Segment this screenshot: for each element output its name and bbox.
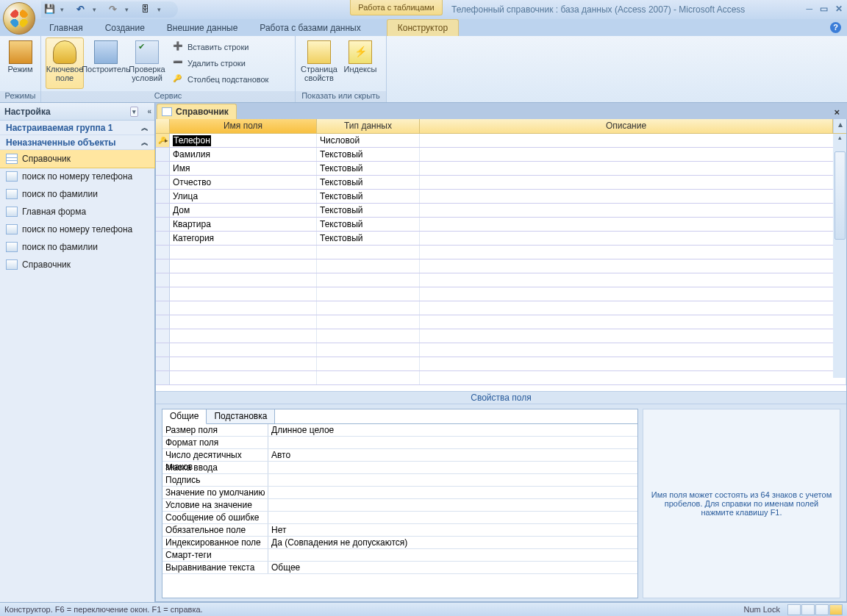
cell-field-name[interactable] (170, 301, 317, 315)
table-row[interactable]: Квартира Текстовый (156, 218, 846, 232)
row-selector[interactable] (156, 148, 170, 161)
cell-data-type[interactable]: Текстовый (317, 204, 420, 217)
cell-field-name[interactable] (170, 357, 317, 370)
nav-item[interactable]: поиск по фамилии (0, 185, 154, 203)
view-design-button[interactable] (829, 604, 843, 615)
nav-group-custom[interactable]: Настраиваемая группа 1︽ (0, 121, 154, 135)
cell-data-type[interactable]: Текстовый (317, 176, 420, 189)
row-selector[interactable] (156, 204, 170, 217)
table-row[interactable] (156, 287, 846, 301)
save-icon[interactable] (44, 4, 56, 15)
row-selector[interactable] (156, 232, 170, 245)
table-row[interactable]: Телефон Числовой (156, 134, 846, 148)
cell-description[interactable] (420, 301, 846, 315)
cell-description[interactable] (420, 343, 846, 357)
delete-rows-button[interactable]: Удалить строки (171, 56, 271, 71)
nav-item[interactable]: поиск по фамилии (0, 238, 154, 256)
restore-button[interactable]: ▭ (820, 4, 828, 14)
nav-item[interactable]: Главная форма (0, 203, 154, 221)
cell-description[interactable] (420, 232, 846, 245)
view-pivot-button[interactable] (801, 604, 815, 615)
property-value[interactable] (268, 474, 637, 486)
cell-description[interactable] (420, 204, 846, 217)
cell-description[interactable] (420, 148, 846, 161)
cell-field-name[interactable]: Категория (170, 232, 317, 245)
cell-description[interactable] (420, 162, 846, 175)
cell-data-type[interactable]: Текстовый (317, 218, 420, 231)
insert-rows-button[interactable]: Вставить строки (171, 40, 271, 54)
cell-data-type[interactable] (317, 329, 420, 343)
cell-field-name[interactable] (170, 287, 317, 301)
qat-customize-icon[interactable] (157, 4, 169, 15)
property-row[interactable]: Сообщение об ошибке (162, 512, 637, 524)
table-row[interactable] (156, 371, 846, 385)
cell-data-type[interactable] (317, 287, 420, 301)
table-row[interactable] (156, 315, 846, 329)
cell-data-type[interactable]: Текстовый (317, 190, 420, 203)
builder-button[interactable]: Построитель (87, 37, 125, 89)
property-row[interactable]: Подпись (162, 474, 637, 487)
nav-group-unassigned[interactable]: Неназначенные объекты︽ (0, 135, 154, 150)
row-selector[interactable] (156, 176, 170, 189)
property-row[interactable]: Условие на значение (162, 499, 637, 512)
table-row[interactable]: Категория Текстовый (156, 232, 846, 246)
column-description[interactable]: Описание (420, 119, 833, 133)
cell-description[interactable] (420, 273, 846, 287)
row-selector[interactable] (156, 134, 170, 147)
cell-description[interactable] (420, 190, 846, 203)
tab-create[interactable]: Создание (94, 19, 156, 36)
lookup-column-button[interactable]: Столбец подстановок (171, 72, 271, 87)
property-value[interactable]: Общее (268, 562, 637, 573)
cell-field-name[interactable] (170, 343, 317, 357)
redo-icon[interactable] (109, 4, 121, 15)
view-datasheet-button[interactable] (787, 604, 801, 615)
qat-redo-menu-icon[interactable] (125, 4, 137, 15)
row-selector[interactable] (156, 259, 170, 273)
cell-description[interactable] (420, 134, 846, 147)
cell-data-type[interactable] (317, 357, 420, 370)
cell-description[interactable] (420, 315, 846, 329)
office-button[interactable] (3, 2, 35, 35)
undo-icon[interactable] (76, 4, 88, 15)
view-chart-button[interactable] (815, 604, 829, 615)
row-selector[interactable] (156, 301, 170, 315)
table-row[interactable]: Отчество Текстовый (156, 176, 846, 190)
cell-field-name[interactable] (170, 273, 317, 287)
cell-field-name[interactable]: Квартира (170, 218, 317, 231)
property-value[interactable]: Авто (268, 449, 637, 461)
property-row[interactable]: Формат поля (162, 437, 637, 449)
row-selector[interactable] (156, 273, 170, 287)
row-selector[interactable] (156, 371, 170, 384)
scroll-up-icon[interactable]: ▴ (833, 119, 846, 133)
help-icon[interactable]: ? (830, 22, 841, 33)
primary-key-button[interactable]: Ключевое поле (46, 37, 84, 89)
property-value[interactable] (268, 487, 637, 498)
cell-field-name[interactable]: Дом (170, 204, 317, 217)
cell-data-type[interactable] (317, 315, 420, 329)
property-value[interactable] (268, 549, 637, 561)
property-row[interactable]: Маска ввода (162, 462, 637, 474)
tab-design[interactable]: Конструктор (387, 19, 459, 36)
property-value[interactable]: Длинное целое (268, 424, 637, 436)
close-document-button[interactable]: × (831, 105, 843, 119)
cell-description[interactable] (420, 259, 846, 273)
property-row[interactable]: Значение по умолчанию (162, 487, 637, 499)
column-data-type[interactable]: Тип данных (317, 119, 420, 133)
property-row[interactable]: Обязательное полеНет (162, 524, 637, 537)
cell-description[interactable] (420, 357, 846, 370)
property-row[interactable]: Размер поляДлинное целое (162, 424, 637, 437)
property-row[interactable]: Индексированное полеДа (Совпадения не до… (162, 537, 637, 549)
nav-header[interactable]: Настройка ▾ « (0, 103, 154, 121)
cell-data-type[interactable] (317, 371, 420, 384)
cell-field-name[interactable]: Фамилия (170, 148, 317, 161)
tab-dbtools[interactable]: Работа с базами данных (249, 19, 371, 36)
nav-item[interactable]: поиск по номеру телефона (0, 221, 154, 238)
property-value[interactable]: Да (Совпадения не допускаются) (268, 537, 637, 548)
property-row[interactable]: Число десятичных знаковАвто (162, 449, 637, 462)
table-row[interactable] (156, 343, 846, 357)
table-row[interactable]: Имя Текстовый (156, 162, 846, 176)
document-tab[interactable]: Справочник (157, 104, 237, 119)
cell-field-name[interactable] (170, 315, 317, 329)
cell-field-name[interactable]: Телефон (170, 134, 317, 147)
tab-external[interactable]: Внешние данные (156, 19, 249, 36)
